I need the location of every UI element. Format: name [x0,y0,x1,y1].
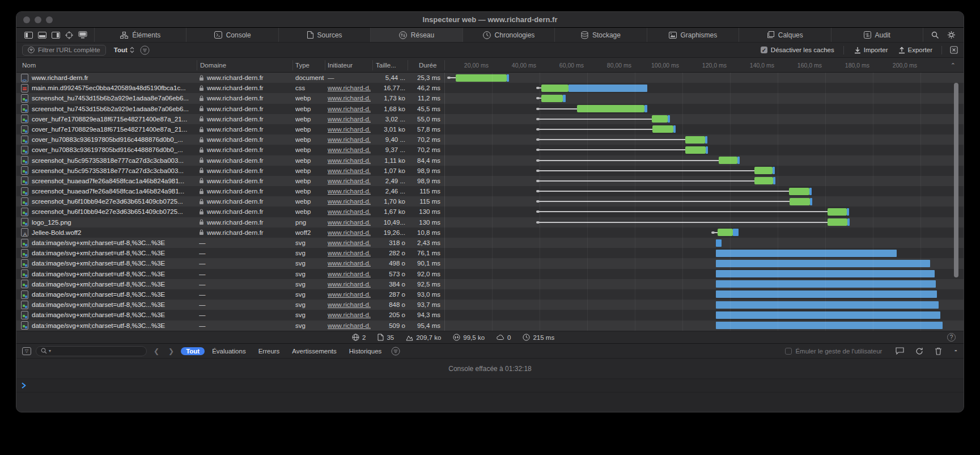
column-header-size[interactable]: Taille... [376,58,396,73]
updown-chevron-icon [130,47,134,53]
table-row[interactable]: screenshot_hu7453d15b6b2a929e1adaa8e7a06… [16,93,964,103]
console-filter-options-icon[interactable] [391,347,400,356]
tab-calques[interactable]: Calques [739,28,830,42]
table-row[interactable]: data:image/svg+xml;charset=utf-8,%3C...%… [16,258,964,268]
export-button[interactable]: Exporter [898,47,932,54]
table-row[interactable]: screenshot_hu6f10bb94e27e3d63b651409cb07… [16,196,964,207]
table-row[interactable]: data:image/svg+xml;charset=utf-8,%3C...%… [16,321,964,331]
clear-console-trash-icon[interactable] [935,347,942,355]
tab-audit[interactable]: Audit [831,28,923,42]
table-row[interactable]: screenshot_hu6f10bb94e27e3d63b651409cb07… [16,207,964,217]
collapse-console-chevrons-icon[interactable]: ⌄⌃ [953,348,958,354]
reload-icon[interactable] [915,347,923,355]
console-input-area[interactable] [16,393,964,412]
vertical-scrollbar[interactable] [954,83,958,277]
waterfall-blue-segment [716,260,930,267]
table-row[interactable]: data:image/svg+xml;charset=utf-8,%3C...%… [16,279,964,289]
console-scope-tout[interactable]: Tout [181,347,205,355]
tab-elements[interactable]: Éléments [94,28,186,42]
emulate-user-gesture-checkbox[interactable]: Émuler le geste de l'utilisateur [785,348,882,355]
tab-sources[interactable]: Sources [278,28,370,42]
column-header-duration[interactable]: Durée [419,58,436,73]
column-header-initiator[interactable]: Initiateur [328,58,353,73]
request-domain-cell: www.richard-dern.fr [199,207,290,217]
table-row[interactable]: cover_huf7e1708829ea18f6715e48271400e87a… [16,124,964,134]
table-row[interactable]: data:image/svg+xml;charset=utf-8,%3C...%… [16,248,964,258]
table-row[interactable]: main.min.d9924575ec0bba420589a48d5190fbc… [16,83,964,93]
file-type-image-icon [21,166,28,175]
table-row[interactable]: cover_huf7e1708829ea18f6715e48271400e87a… [16,114,964,124]
request-name-cell: data:image/svg+xml;charset=utf-8,%3C...%… [21,269,197,279]
waterfall-blue-segment [507,74,509,82]
table-row[interactable]: AJellee-Bold.woff2www.richard-dern.frwof… [16,228,964,238]
request-domain-cell: — [199,310,290,320]
scroll-up-chevron-icon[interactable]: ⌃ [951,58,956,73]
file-type-image-icon [21,269,28,278]
import-button[interactable]: Importer [854,47,888,54]
settings-gear-icon[interactable] [947,31,956,39]
console-sidebar-toggle-icon[interactable]: ▽ [22,347,31,355]
console-messages-icon[interactable] [896,347,904,355]
table-row[interactable]: screenshot_hu7453d15b6b2a929e1adaa8e7a06… [16,104,964,114]
resource-scope-select[interactable]: Tout [114,47,134,53]
console-scope-historiques[interactable]: Historiques [344,347,387,355]
tab-console[interactable]: Console [186,28,278,42]
request-duration-cell: 130 ms [394,217,440,228]
console-scope-evaluations[interactable]: Évaluations [207,347,251,355]
table-row[interactable]: data:image/svg+xml;charset=utf-8,%3C...%… [16,269,964,279]
file-type-image-icon [21,176,28,185]
timeline-tick-label: 80,00 ms [584,58,631,73]
disable-caches-checkbox[interactable]: ✓ Désactiver les caches [761,47,834,53]
request-domain-cell: www.richard-dern.fr [199,124,290,134]
dock-bottom-icon[interactable] [38,32,46,39]
dock-left-icon[interactable] [24,32,33,39]
request-name-cell: data:image/svg+xml;charset=utf-8,%3C...%… [21,310,197,320]
tab-chronologies[interactable]: Chronologies [463,28,554,42]
request-domain-cell: — [199,279,290,289]
table-row[interactable]: screenshot_hu5c957353818e777ca27d3c3cba0… [16,155,964,166]
table-row[interactable]: data:image/svg+xml;charset=utf-8,%3C...%… [16,310,964,320]
tab-reseau[interactable]: Réseau [370,28,462,42]
console-scope-avertissements[interactable]: Avertissements [287,347,341,355]
column-header-domain[interactable]: Domaine [200,58,226,73]
previous-result-chevron-icon[interactable]: ❮ [151,347,162,355]
column-header-name[interactable]: Nom [22,58,36,73]
tab-stockage[interactable]: Stockage [554,28,646,42]
request-duration-cell: 98,9 ms [394,176,440,186]
request-type-cell: svg [295,269,326,279]
console-search-input[interactable]: ▾ [36,346,147,356]
table-row[interactable]: screenshot_hu5c957353818e777ca27d3c3cba0… [16,166,964,176]
console-prompt-row[interactable] [16,379,964,393]
table-row[interactable]: data:image/svg+xml;charset=utf-8,%3C...%… [16,289,964,300]
request-duration-cell: 25,3 ms [394,73,440,83]
request-type-cell: svg [295,300,326,310]
table-row[interactable]: cover_hu70883c936197805bd916c4488876d0b0… [16,134,964,145]
table-row[interactable]: <>www.richard-dern.frwww.richard-dern.fr… [16,73,964,83]
table-row[interactable]: logo_125.pngwww.richard-dern.frpngwww.ri… [16,217,964,228]
console-scope-erreurs[interactable]: Erreurs [253,347,285,355]
request-type-cell: webp [295,124,326,134]
dock-right-icon[interactable] [52,32,60,39]
waterfall-start-dash [536,221,540,224]
device-icon[interactable] [78,31,87,39]
help-button[interactable]: ? [947,333,956,342]
table-row[interactable]: screenshot_huaead7fe26a8458fcac1a46b824a… [16,176,964,186]
table-row[interactable]: data:image/svg+xml;charset=utf-8,%3C...%… [16,300,964,310]
waterfall-blue-segment [673,125,676,133]
column-header-type[interactable]: Type [295,58,309,73]
table-row[interactable]: screenshot_huaead7fe26a8458fcac1a46b824a… [16,186,964,196]
search-icon[interactable] [931,31,939,39]
url-filter-input[interactable]: Filtrer l'URL complète [22,45,106,56]
request-duration-cell: 84,4 ms [394,155,440,166]
request-name-cell: screenshot_hu5c957353818e777ca27d3c3cba0… [21,166,197,176]
file-type-image-icon [21,301,28,309]
tab-graphismes[interactable]: Graphismes [647,28,739,42]
clear-network-items-icon[interactable] [950,46,958,54]
waterfall-start-dash [536,159,540,162]
next-result-chevron-icon[interactable]: ❯ [166,347,176,355]
file-type-image-icon [21,208,28,216]
element-picker-icon[interactable] [65,31,73,39]
table-row[interactable]: data:image/svg+xml;charset=utf-8,%3C...%… [16,238,964,248]
filter-options-icon[interactable] [140,45,150,55]
table-row[interactable]: cover_hu70883c936197805bd916c4488876d0b0… [16,145,964,155]
